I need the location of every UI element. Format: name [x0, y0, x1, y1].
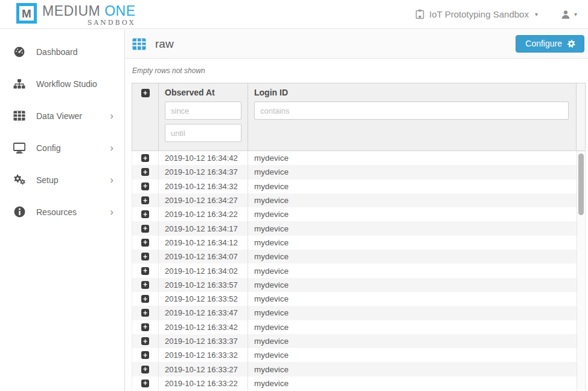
info-circle-icon — [13, 206, 26, 218]
sidebar-item-label: Workflow Studio — [36, 79, 97, 89]
sitemap-icon — [13, 79, 26, 89]
login-id-cell: mydevice — [248, 250, 577, 263]
medium-one-logo[interactable]: M MEDIUM ONE SANDBOX — [16, 2, 136, 27]
login-id-cell: mydevice — [248, 292, 577, 306]
project-selector[interactable]: IoT Prototyping Sandbox ▾ — [415, 9, 538, 19]
expand-row-icon[interactable]: + — [141, 309, 149, 317]
observed-at-cell: 2019-10-12 16:34:07 — [159, 250, 248, 263]
observed-at-cell: 2019-10-12 16:34:02 — [159, 263, 248, 277]
expand-row-icon[interactable]: + — [141, 337, 149, 345]
table-row: +2019-10-12 16:34:32mydevice — [132, 179, 577, 193]
configure-button[interactable]: Configure — [516, 35, 584, 53]
table-body: +2019-10-12 16:34:42mydevice+2019-10-12 … — [132, 151, 586, 390]
table-row: +2019-10-12 16:33:27mydevice — [132, 362, 577, 376]
brand-one: ONE — [104, 3, 135, 19]
expand-row-icon[interactable]: + — [141, 380, 149, 387]
project-name: IoT Prototyping Sandbox — [429, 9, 529, 19]
header-scroll-spacer — [577, 83, 585, 150]
login-id-cell: mydevice — [248, 236, 577, 250]
table-row: +2019-10-12 16:33:47mydevice — [132, 306, 577, 320]
expand-row-icon[interactable]: + — [141, 295, 149, 303]
observed-at-cell: 2019-10-12 16:33:42 — [159, 320, 248, 334]
expand-row-icon[interactable]: + — [141, 154, 149, 162]
desktop-icon — [13, 143, 26, 153]
sidebar-item-label: Data Viewer — [36, 111, 82, 121]
expand-row-icon[interactable]: + — [141, 239, 149, 247]
app-window: M MEDIUM ONE SANDBOX IoT Prototyping San… — [0, 0, 588, 391]
login-id-cell: mydevice — [248, 376, 577, 390]
chevron-right-icon: › — [110, 175, 113, 185]
observed-at-cell: 2019-10-12 16:33:47 — [159, 306, 248, 320]
sidebar-item-dashboard[interactable]: Dashboard — [0, 36, 124, 68]
expand-all-icon[interactable]: + — [141, 89, 150, 97]
table-row: +2019-10-12 16:34:02mydevice — [132, 263, 577, 277]
page-title-bar: raw Configure — [126, 30, 588, 59]
logo-m-icon: M — [16, 3, 37, 24]
chevron-right-icon: › — [110, 207, 113, 217]
expand-row-icon[interactable]: + — [141, 323, 149, 331]
sidebar-item-config[interactable]: Config › — [0, 132, 124, 164]
expand-row-icon[interactable]: + — [141, 183, 149, 190]
expand-row-icon[interactable]: + — [141, 253, 149, 260]
brand-medium: MEDIUM — [42, 3, 100, 19]
observed-at-cell: 2019-10-12 16:34:42 — [159, 151, 248, 165]
login-id-cell: mydevice — [248, 362, 577, 376]
login-id-cell: mydevice — [248, 179, 577, 193]
observed-at-cell: 2019-10-12 16:34:12 — [159, 236, 248, 250]
expand-row-icon[interactable]: + — [141, 281, 149, 289]
contains-filter-input[interactable] — [254, 102, 569, 120]
table-row: +2019-10-12 16:34:22mydevice — [132, 207, 577, 221]
empty-rows-note: Empty rows not shown — [132, 66, 205, 75]
login-id-cell: mydevice — [248, 151, 577, 165]
user-menu[interactable]: ▾ — [561, 10, 577, 19]
chevron-right-icon: › — [110, 111, 113, 121]
expand-row-icon[interactable]: + — [141, 267, 149, 275]
scrollbar-thumb[interactable] — [578, 153, 584, 215]
table-row: +2019-10-12 16:33:22mydevice — [132, 376, 577, 390]
sidebar: Dashboard Workflow Studio D — [0, 30, 125, 391]
user-icon — [561, 10, 570, 19]
expand-row-icon[interactable]: + — [141, 196, 149, 204]
expand-row-icon[interactable]: + — [141, 225, 149, 233]
login-id-cell: mydevice — [248, 320, 577, 334]
since-filter-input[interactable] — [165, 102, 241, 120]
chevron-down-icon: ▾ — [574, 11, 577, 18]
data-table: + Observed At Login ID +2019-10-12 16:34… — [132, 83, 586, 390]
topbar: M MEDIUM ONE SANDBOX IoT Prototyping San… — [0, 0, 588, 29]
expand-row-icon[interactable]: + — [141, 168, 149, 176]
observed-at-cell: 2019-10-12 16:33:27 — [159, 362, 248, 376]
observed-at-cell: 2019-10-12 16:34:27 — [159, 193, 248, 207]
sidebar-item-label: Resources — [36, 207, 77, 217]
brand-subtitle: SANDBOX — [42, 19, 136, 27]
gauge-icon — [13, 46, 26, 58]
until-filter-input[interactable] — [165, 124, 241, 142]
configure-button-label: Configure — [525, 39, 562, 48]
column-header-login-id: Login ID — [254, 88, 569, 97]
column-header-observed-at: Observed At — [165, 88, 241, 97]
expand-row-icon[interactable]: + — [141, 210, 149, 218]
observed-at-cell: 2019-10-12 16:33:52 — [159, 292, 248, 306]
table-row: +2019-10-12 16:34:17mydevice — [132, 221, 577, 235]
table-header: + Observed At Login ID — [132, 83, 586, 151]
login-id-cell: mydevice — [248, 263, 577, 277]
observed-at-cell: 2019-10-12 16:34:17 — [159, 221, 248, 235]
chevron-right-icon: › — [110, 143, 113, 153]
chevron-down-icon: ▾ — [535, 11, 538, 18]
observed-at-cell: 2019-10-12 16:33:32 — [159, 348, 248, 362]
observed-at-cell: 2019-10-12 16:34:22 — [159, 207, 248, 221]
table-icon — [13, 111, 26, 121]
vertical-scrollbar[interactable] — [577, 151, 585, 390]
login-id-cell: mydevice — [248, 334, 577, 348]
sidebar-item-workflow-studio[interactable]: Workflow Studio — [0, 68, 124, 100]
main-content: raw Configure Empty rows not shown + — [126, 30, 588, 391]
login-id-cell: mydevice — [248, 221, 577, 235]
login-id-cell: mydevice — [248, 306, 577, 320]
observed-at-cell: 2019-10-12 16:34:32 — [159, 179, 248, 193]
sidebar-item-data-viewer[interactable]: Data Viewer › — [0, 100, 124, 132]
sidebar-item-resources[interactable]: Resources › — [0, 196, 124, 228]
expand-row-icon[interactable]: + — [141, 351, 149, 359]
gear-icon — [567, 39, 576, 48]
expand-row-icon[interactable]: + — [141, 366, 149, 373]
sidebar-item-setup[interactable]: Setup › — [0, 164, 124, 196]
table-row: +2019-10-12 16:34:07mydevice — [132, 250, 577, 263]
